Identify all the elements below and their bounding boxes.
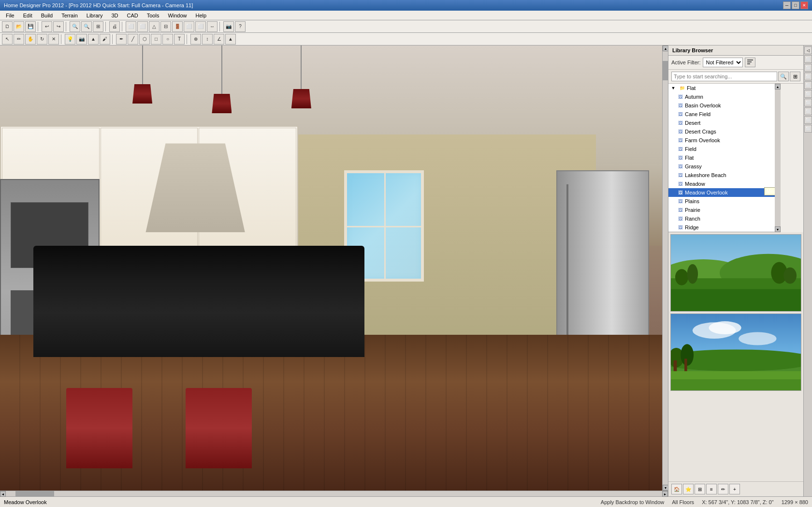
tree-item-meadow[interactable]: 🖼 Meadow bbox=[668, 179, 775, 188]
library-tree[interactable]: ▼ 📁 Flat 🖼 Autumn 🖼 Basin Overlook 🖼 Can… bbox=[668, 84, 775, 232]
paint-tool[interactable]: 🖌 bbox=[100, 34, 110, 45]
tree-item-basin-overlook[interactable]: 🖼 Basin Overlook bbox=[668, 101, 775, 110]
help-button[interactable]: ? bbox=[235, 21, 246, 32]
tool-door[interactable]: 🚪 bbox=[172, 21, 183, 32]
angle-tool[interactable]: ∠ bbox=[214, 34, 224, 45]
text-tool[interactable]: T bbox=[174, 34, 185, 45]
side-tool-2[interactable]: ⬜ bbox=[804, 55, 812, 63]
viewport-scrollbar-horizontal[interactable]: ◄ ► bbox=[0, 491, 668, 496]
print-button[interactable]: 🖨 bbox=[109, 21, 120, 32]
side-tool-4[interactable]: ⬜ bbox=[804, 73, 812, 80]
open-button[interactable]: 📂 bbox=[14, 21, 24, 32]
lib-list-view-button[interactable]: ≡ bbox=[706, 484, 717, 494]
viewport-scrollbar-vertical[interactable]: ▲ ▼ bbox=[662, 45, 668, 491]
menu-tools[interactable]: Tools bbox=[143, 12, 163, 19]
tool-window[interactable]: ⬜ bbox=[184, 21, 194, 32]
circle-tool[interactable]: ○ bbox=[162, 34, 173, 45]
zoom-fit-button[interactable]: ⊞ bbox=[93, 21, 103, 32]
tree-scrollbar[interactable]: ▲ ▼ bbox=[775, 84, 781, 232]
3d-viewport[interactable] bbox=[0, 45, 662, 491]
tree-item-meadow-overlook[interactable]: 🖼 Meadow Overlook Meadow Overlook bbox=[668, 188, 775, 197]
side-tool-8[interactable]: ⬜ bbox=[804, 107, 812, 115]
minimize-button[interactable]: ─ bbox=[783, 1, 791, 9]
tool-select[interactable]: ⬜ bbox=[126, 21, 136, 32]
camera-tool[interactable]: 📷 bbox=[76, 34, 87, 45]
terrain-tool[interactable]: ▲ bbox=[88, 34, 99, 45]
search-options-button[interactable]: ⊞ bbox=[790, 72, 800, 81]
side-tool-1[interactable]: ◁ bbox=[804, 46, 812, 54]
dim-tool[interactable]: ↕ bbox=[202, 34, 213, 45]
preview-image-2[interactable] bbox=[670, 313, 801, 391]
delete-tool[interactable]: ✕ bbox=[48, 34, 59, 45]
tree-item-prairie[interactable]: 🖼 Prairie bbox=[668, 206, 775, 214]
filter-dropdown[interactable]: Not Filtered bbox=[703, 58, 743, 67]
line-tool[interactable]: ╱ bbox=[128, 34, 138, 45]
side-tool-3[interactable]: ⬜ bbox=[804, 64, 812, 72]
edit-tool[interactable]: ✏ bbox=[14, 34, 24, 45]
rotate-tool[interactable]: ↻ bbox=[37, 34, 47, 45]
tree-item-desert[interactable]: 🖼 Desert bbox=[668, 119, 775, 127]
menu-terrain[interactable]: Terrain bbox=[58, 12, 82, 19]
tree-item-lakeshore[interactable]: 🖼 Lakeshore Beach bbox=[668, 171, 775, 179]
close-button[interactable]: ✕ bbox=[800, 1, 808, 9]
light-tool[interactable]: 💡 bbox=[65, 34, 75, 45]
tool-wall[interactable]: ⬜ bbox=[137, 21, 148, 32]
redo-button[interactable]: ↪ bbox=[53, 21, 64, 32]
snap-tool[interactable]: ⊕ bbox=[190, 34, 201, 45]
side-tool-6[interactable]: ⬜ bbox=[804, 90, 812, 98]
scroll-left-arrow[interactable]: ◄ bbox=[0, 491, 6, 497]
tree-root-flat[interactable]: ▼ 📁 Flat bbox=[668, 84, 775, 92]
menu-build[interactable]: Build bbox=[37, 12, 57, 19]
lib-home-button[interactable]: 🏠 bbox=[671, 484, 682, 494]
lib-add-button[interactable]: + bbox=[729, 484, 740, 494]
tool-room[interactable]: ⬜ bbox=[195, 21, 206, 32]
lib-grid-view-button[interactable]: ⊞ bbox=[695, 484, 705, 494]
select-tool[interactable]: ↖ bbox=[2, 34, 13, 45]
menu-cad[interactable]: CAD bbox=[123, 12, 142, 19]
tool-dimension[interactable]: ↔ bbox=[207, 21, 218, 32]
tree-item-flat[interactable]: 🖼 Flat bbox=[668, 153, 775, 162]
search-input[interactable] bbox=[671, 72, 777, 81]
move-tool[interactable]: ✋ bbox=[25, 34, 36, 45]
lib-edit-button[interactable]: ✏ bbox=[718, 484, 728, 494]
tree-item-ranch[interactable]: 🖼 Ranch bbox=[668, 214, 775, 223]
side-tool-7[interactable]: ⬜ bbox=[804, 99, 812, 106]
scroll-thumb-horizontal[interactable] bbox=[15, 491, 54, 496]
tool-roof[interactable]: △ bbox=[149, 21, 160, 32]
tree-scroll-up[interactable]: ▲ bbox=[775, 84, 781, 89]
tree-item-farm-overlook[interactable]: 🖼 Farm Overlook bbox=[668, 136, 775, 145]
tree-item-field[interactable]: 🖼 Field bbox=[668, 145, 775, 153]
tree-item-cane-field[interactable]: 🖼 Cane Field bbox=[668, 110, 775, 119]
tree-item-autumn[interactable]: 🖼 Autumn bbox=[668, 92, 775, 101]
menu-library[interactable]: Library bbox=[83, 12, 107, 19]
rect-tool[interactable]: □ bbox=[151, 34, 161, 45]
up-tool[interactable]: ▲ bbox=[225, 34, 236, 45]
pen-tool[interactable]: ✒ bbox=[116, 34, 127, 45]
tool-stair[interactable]: ⊟ bbox=[160, 21, 171, 32]
save-button[interactable]: 💾 bbox=[25, 21, 36, 32]
scroll-thumb-vertical[interactable] bbox=[663, 61, 668, 80]
side-tool-5[interactable]: ⬜ bbox=[804, 81, 812, 89]
scroll-right-arrow[interactable]: ► bbox=[662, 491, 668, 497]
side-tool-10[interactable]: ⬜ bbox=[804, 125, 812, 133]
zoom-in-button[interactable]: 🔍 bbox=[70, 21, 80, 32]
search-button[interactable]: 🔍 bbox=[778, 72, 789, 81]
side-tool-9[interactable]: ⬜ bbox=[804, 116, 812, 124]
maximize-button[interactable]: □ bbox=[792, 1, 799, 9]
menu-help[interactable]: Help bbox=[192, 12, 211, 19]
tree-item-plains[interactable]: 🖼 Plains bbox=[668, 197, 775, 206]
tool-3d-camera[interactable]: 📷 bbox=[223, 21, 234, 32]
menu-window[interactable]: Window bbox=[164, 12, 190, 19]
menu-edit[interactable]: Edit bbox=[19, 12, 36, 19]
new-button[interactable]: 🗋 bbox=[2, 21, 13, 32]
tree-scroll-down[interactable]: ▼ bbox=[775, 226, 781, 232]
lib-favorites-button[interactable]: ⭐ bbox=[683, 484, 694, 494]
tree-item-ridge[interactable]: 🖼 Ridge bbox=[668, 223, 775, 232]
tree-item-desert-crags[interactable]: 🖼 Desert Crags bbox=[668, 127, 775, 136]
menu-file[interactable]: File bbox=[2, 12, 18, 19]
preview-image-1[interactable] bbox=[670, 234, 801, 312]
filter-settings-button[interactable] bbox=[745, 58, 755, 67]
menu-3d[interactable]: 3D bbox=[107, 12, 122, 19]
tree-item-grassy[interactable]: 🖼 Grassy bbox=[668, 162, 775, 171]
zoom-out-button[interactable]: 🔍 bbox=[81, 21, 92, 32]
